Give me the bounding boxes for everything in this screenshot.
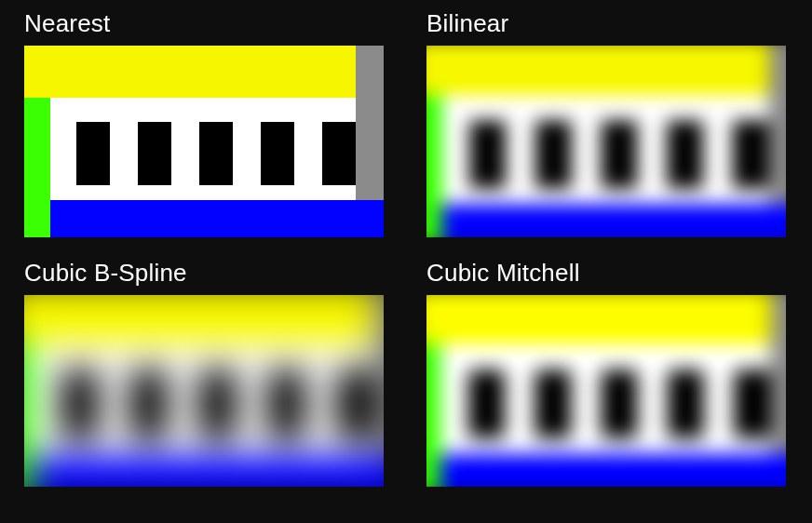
caption-bilinear: Bilinear [426, 9, 788, 38]
bar [267, 369, 304, 439]
region-blue [440, 454, 786, 487]
panel-nearest: Nearest [24, 9, 386, 251]
black-bars [469, 121, 768, 189]
caption-bspline: Cubic B-Spline [24, 259, 386, 288]
sample-image [426, 295, 786, 487]
bar [322, 122, 356, 185]
sample-image [426, 46, 786, 237]
bar [667, 121, 703, 189]
sample-image [24, 46, 384, 237]
region-blue [441, 204, 786, 237]
black-bars [76, 122, 356, 185]
bar [198, 369, 236, 439]
thumb-bspline [24, 295, 384, 487]
region-yellow [24, 295, 384, 342]
thumb-mitchell [426, 295, 786, 487]
bar [734, 369, 770, 437]
region-yellow [426, 295, 786, 343]
panel-mitchell: Cubic Mitchell [426, 259, 788, 501]
black-bars [468, 369, 770, 437]
region-green [24, 342, 32, 487]
bar [468, 369, 505, 437]
region-blue [50, 200, 384, 237]
filter-comparison-grid: Nearest Bilinear [0, 0, 812, 523]
black-bars [61, 369, 374, 439]
bar [138, 122, 171, 185]
region-gray [374, 295, 384, 457]
region-gray [356, 46, 384, 200]
panel-bilinear: Bilinear [426, 9, 788, 251]
region-yellow [426, 46, 786, 95]
region-green [24, 98, 50, 237]
bar [602, 121, 638, 189]
bar [76, 122, 110, 185]
bar [336, 369, 373, 439]
region-yellow [24, 46, 384, 98]
thumb-nearest [24, 46, 384, 237]
bar [733, 121, 769, 189]
region-green [426, 343, 440, 487]
region-gray [770, 295, 786, 454]
bar [469, 121, 506, 189]
region-blue [32, 457, 384, 487]
bar [129, 369, 167, 439]
panel-bspline: Cubic B-Spline [24, 259, 386, 501]
thumb-bilinear [426, 46, 786, 237]
bar [199, 122, 233, 185]
caption-nearest: Nearest [24, 9, 386, 38]
bar [535, 121, 572, 189]
region-green [426, 95, 441, 237]
bar [602, 369, 638, 437]
sample-image [24, 295, 384, 487]
caption-mitchell: Cubic Mitchell [426, 259, 788, 288]
region-gray [768, 46, 786, 204]
bar [535, 369, 571, 437]
bar [61, 369, 99, 439]
bar [668, 369, 704, 437]
bar [261, 122, 294, 185]
